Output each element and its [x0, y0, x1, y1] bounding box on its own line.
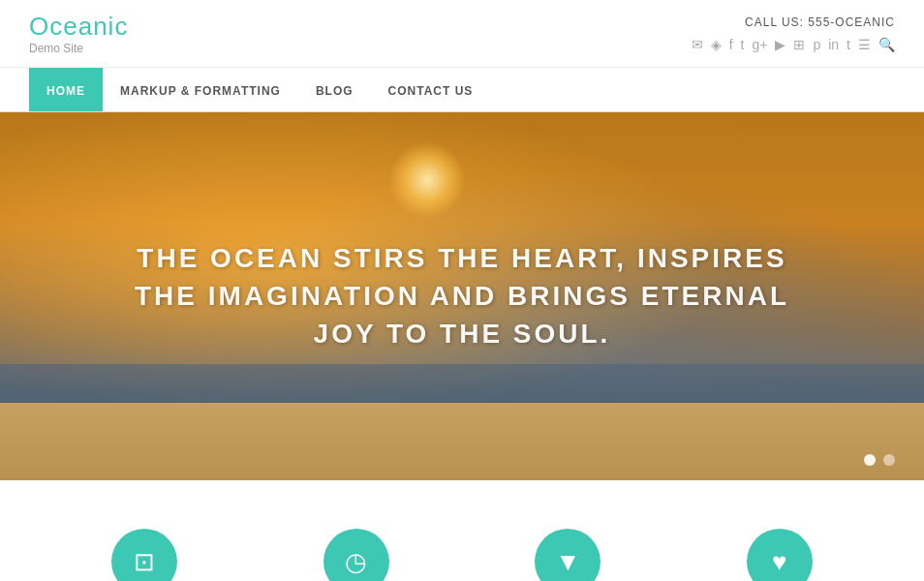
social-icons-bar: ✉ ◈ f t g+ ▶ ⊞ p in t ☰ 🔍: [692, 37, 895, 52]
youtube-icon[interactable]: ▶: [775, 37, 785, 52]
heart-icon: ♥: [772, 547, 786, 577]
monitor-icon: ⊡: [134, 547, 155, 577]
nav-item-blog[interactable]: BLOG: [298, 68, 371, 111]
logo-title: Oceanic: [29, 12, 128, 42]
instagram-icon[interactable]: ⊞: [793, 37, 805, 52]
main-nav: HOME MARKUP & FORMATTING BLOG CONTACT US: [0, 68, 924, 112]
skype-icon[interactable]: ◈: [711, 37, 722, 52]
rss-icon[interactable]: ☰: [858, 37, 871, 52]
hero-section: THE OCEAN STIRS THE HEART, INSPIRES THE …: [0, 112, 924, 480]
logo[interactable]: Oceanic Demo Site: [29, 12, 128, 55]
facebook-icon[interactable]: f: [729, 37, 733, 52]
call-us-label: CALL US:: [745, 15, 804, 29]
hero-dot-2[interactable]: [883, 454, 895, 466]
search-icon[interactable]: 🔍: [878, 37, 895, 52]
responsive-icon-circle: ⊡: [111, 529, 177, 581]
twitter-icon[interactable]: t: [741, 37, 745, 52]
hero-quote: THE OCEAN STIRS THE HEART, INSPIRES THE …: [123, 239, 801, 353]
care-icon-circle: ♥: [747, 529, 813, 581]
linkedin-icon[interactable]: in: [828, 37, 839, 52]
time-icon-circle: ◷: [323, 529, 389, 581]
call-us-number: 555-OCEANIC: [808, 15, 895, 29]
feature-time: ◷ Saving you time We're offering this se…: [260, 529, 453, 581]
nav-item-markup[interactable]: MARKUP & FORMATTING: [103, 68, 298, 111]
logo-subtitle: Demo Site: [29, 42, 128, 55]
google-plus-icon[interactable]: g+: [752, 37, 767, 52]
email-icon[interactable]: ✉: [692, 37, 703, 52]
hero-pagination: [864, 454, 895, 466]
hero-sun-decoration: [388, 141, 466, 219]
tumblr-icon[interactable]: t: [847, 37, 850, 52]
call-us: CALL US: 555-OCEANIC: [745, 15, 895, 29]
pinterest-icon[interactable]: p: [813, 37, 820, 52]
header-right: CALL US: 555-OCEANIC ✉ ◈ f t g+ ▶ ⊞ p in…: [692, 15, 895, 52]
feature-responsive: ⊡ Responsive Design Oceanic is fully res…: [47, 529, 241, 581]
feature-plugin: ▼ Plugin Ready We've installed most of t…: [471, 529, 664, 581]
nav-item-contact[interactable]: CONTACT US: [371, 68, 491, 111]
hero-dot-1[interactable]: [864, 454, 876, 466]
hero-sand-decoration: [0, 403, 924, 480]
filter-icon: ▼: [555, 547, 580, 577]
clock-icon: ◷: [345, 547, 367, 577]
nav-item-home[interactable]: HOME: [29, 68, 103, 111]
site-header: Oceanic Demo Site CALL US: 555-OCEANIC ✉…: [0, 0, 924, 68]
features-section: ⊡ Responsive Design Oceanic is fully res…: [0, 480, 924, 581]
plugin-icon-circle: ▼: [535, 529, 601, 581]
feature-care: ♥ Built with care Oceanic is built to fi…: [683, 529, 877, 581]
